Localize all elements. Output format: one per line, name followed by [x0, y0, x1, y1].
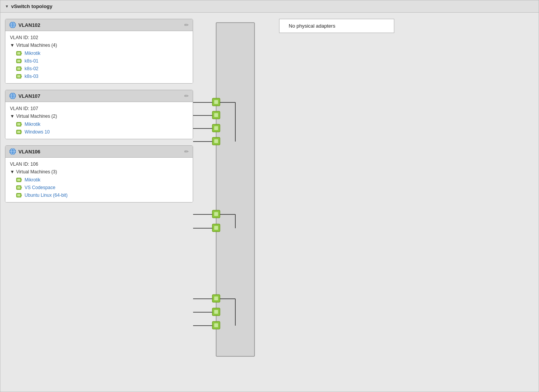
list-item[interactable]: Mikrotik	[16, 177, 188, 183]
svg-marker-38	[21, 187, 22, 188]
no-physical-adapters-box: No physical adapters	[279, 19, 394, 33]
svg-rect-9	[17, 60, 20, 62]
list-item[interactable]: Windows 10	[16, 129, 188, 135]
vm-icon	[16, 73, 22, 79]
globe-icon-vlan107	[9, 92, 16, 99]
vlan102-vm-section: ▼ Virtual Machines (4)	[10, 43, 188, 48]
list-item[interactable]: Ubuntu Linux (64-bit)	[16, 192, 188, 198]
vlan106-name: VLAN106	[18, 149, 40, 155]
collapse-icon[interactable]: ▼	[5, 4, 9, 8]
vm-icon	[16, 184, 22, 191]
vlan102-edit-icon[interactable]: ✏	[184, 22, 189, 28]
svg-marker-24	[21, 124, 22, 125]
globe-icon-vlan102	[9, 21, 16, 28]
panel-title: vSwitch topology	[11, 3, 53, 9]
svg-rect-40	[17, 194, 20, 196]
svg-rect-6	[17, 52, 20, 54]
vlan-column: VLAN102 ✏ VLAN ID: 102 ▼ Virtual Machine…	[5, 19, 193, 203]
vm-icon	[16, 50, 22, 56]
vlan106-body: VLAN ID: 106 ▼ Virtual Machines (3)	[5, 158, 193, 202]
svg-rect-26	[17, 131, 20, 133]
list-item[interactable]: Mikrotik	[16, 50, 188, 56]
svg-rect-49	[214, 113, 218, 117]
vm-collapse-icon[interactable]: ▼	[10, 43, 15, 48]
svg-rect-55	[214, 139, 218, 143]
vm-collapse-icon[interactable]: ▼	[10, 114, 15, 119]
vlan107-id: VLAN ID: 107	[10, 106, 188, 111]
list-item[interactable]: k8s-02	[16, 66, 188, 72]
vm-icon	[16, 177, 22, 183]
svg-rect-45	[214, 100, 218, 104]
svg-marker-7	[21, 53, 22, 54]
list-item[interactable]: k8s-03	[16, 73, 188, 79]
vlan106-header: VLAN106 ✏	[5, 146, 193, 158]
vlan-card-vlan102: VLAN102 ✏ VLAN ID: 102 ▼ Virtual Machine…	[5, 19, 193, 84]
vlan-card-vlan106: VLAN106 ✏ VLAN ID: 106 ▼ Virtual Machine…	[5, 145, 193, 203]
svg-marker-10	[21, 61, 22, 61]
vlan102-name: VLAN102	[18, 22, 40, 28]
vlan106-vm-section: ▼ Virtual Machines (3)	[10, 169, 188, 175]
svg-rect-59	[214, 212, 218, 216]
svg-marker-16	[21, 76, 22, 77]
list-item[interactable]: k8s-01	[16, 58, 188, 64]
no-physical-adapters-label: No physical adapters	[289, 23, 335, 29]
topology-wrapper	[193, 19, 270, 364]
vlan102-header: VLAN102 ✏	[5, 19, 193, 31]
vlan107-vm-list: Mikrotik Windows 10	[10, 121, 188, 135]
panel-body: VLAN102 ✏ VLAN ID: 102 ▼ Virtual Machine…	[0, 13, 539, 370]
vm-icon	[16, 192, 22, 198]
svg-marker-13	[21, 68, 22, 69]
list-item[interactable]: VS Codespace	[16, 184, 188, 191]
vlan107-body: VLAN ID: 107 ▼ Virtual Machines (2)	[5, 102, 193, 139]
vlan106-vm-list: Mikrotik VS Codespace	[10, 177, 188, 198]
svg-marker-35	[21, 180, 22, 180]
panel-header: ▼ vSwitch topology	[0, 0, 539, 13]
vlan102-body: VLAN ID: 102 ▼ Virtual Machines (4)	[5, 31, 193, 83]
vm-icon	[16, 58, 22, 64]
vm-icon	[16, 66, 22, 72]
vm-collapse-icon[interactable]: ▼	[10, 169, 15, 175]
svg-rect-12	[17, 68, 20, 70]
vlan-card-vlan107: VLAN107 ✏ VLAN ID: 107 ▼ Virtual Machine…	[5, 90, 193, 139]
svg-rect-71	[214, 310, 218, 314]
vlan107-name: VLAN107	[18, 93, 40, 99]
vlan102-id: VLAN ID: 102	[10, 35, 188, 40]
vlan107-vm-section: ▼ Virtual Machines (2)	[10, 114, 188, 119]
vlan107-header: VLAN107 ✏	[5, 90, 193, 102]
svg-rect-37	[17, 186, 20, 189]
svg-marker-27	[21, 132, 22, 132]
physical-column: No physical adapters	[270, 19, 534, 33]
topology-svg	[193, 19, 270, 364]
svg-rect-63	[214, 226, 218, 230]
vswitch-topology-panel: ▼ vSwitch topology	[0, 0, 539, 392]
vlan107-edit-icon[interactable]: ✏	[184, 93, 189, 99]
vm-icon	[16, 129, 22, 135]
svg-marker-41	[21, 195, 22, 196]
vlan106-id: VLAN ID: 106	[10, 161, 188, 167]
svg-rect-15	[17, 75, 20, 77]
vlan102-vm-list: Mikrotik k8s-01	[10, 50, 188, 79]
svg-rect-34	[17, 179, 20, 181]
svg-rect-52	[214, 126, 218, 130]
vlan106-edit-icon[interactable]: ✏	[184, 148, 189, 155]
svg-rect-23	[17, 123, 20, 125]
svg-rect-67	[214, 296, 218, 300]
globe-icon-vlan106	[9, 148, 16, 155]
list-item[interactable]: Mikrotik	[16, 121, 188, 127]
svg-rect-74	[214, 323, 218, 327]
vm-icon	[16, 121, 22, 127]
